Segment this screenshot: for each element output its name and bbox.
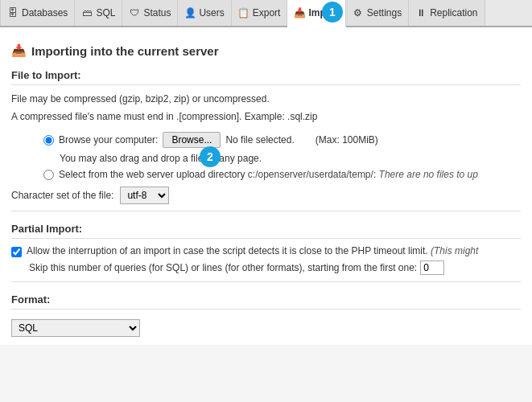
sql-icon: 🗃: [81, 7, 93, 18]
info-text-1: File may be compressed (gzip, bzip2, zip…: [11, 92, 521, 106]
server-radio[interactable]: [43, 170, 54, 180]
divider-1: [11, 211, 521, 211]
interruption-checkbox-row: Allow the interruption of an import in c…: [11, 245, 521, 257]
nav-item-export[interactable]: 📋 Export: [232, 0, 288, 26]
format-select[interactable]: SQL CSV JSON XML: [11, 319, 140, 337]
browse-button[interactable]: Browse...: [163, 132, 221, 148]
nav-label-databases: Databases: [22, 7, 68, 18]
status-icon: 🛡: [129, 7, 140, 18]
no-file-label: No file selected.: [225, 134, 294, 146]
export-icon: 📋: [238, 7, 250, 18]
nav-label-settings: Settings: [367, 7, 402, 18]
divider-2: [11, 281, 521, 282]
nav-item-settings[interactable]: ⚙ Settings: [346, 0, 409, 26]
nav-label-sql: SQL: [96, 7, 115, 18]
info-text-2: A compressed file's name must end in .[c…: [11, 109, 521, 124]
nav-item-databases[interactable]: 🗄 Databases: [0, 0, 75, 26]
settings-icon: ⚙: [353, 7, 364, 18]
file-options: Browse your computer: Browse... No file …: [43, 132, 521, 180]
nav-item-users[interactable]: 👤 Users: [178, 0, 231, 26]
replication-icon: ⏸: [415, 7, 427, 18]
server-radio-row: Select from the web server upload direct…: [43, 169, 521, 180]
databases-icon: 🗄: [7, 7, 19, 18]
browse-label: Browse your computer:: [59, 134, 158, 146]
page-title-text: Importing into the current server: [31, 44, 219, 58]
format-section: Format: SQL CSV JSON XML: [11, 289, 521, 337]
nav-label-replication: Replication: [430, 7, 477, 18]
format-header: Format:: [11, 289, 521, 310]
nav-item-sql[interactable]: 🗃 SQL: [75, 0, 122, 26]
drag-drop-text: You may also drag and drop a file on any…: [60, 153, 521, 164]
nav-label-export: Export: [253, 7, 281, 18]
skip-label: Skip this number of queries (for SQL) or…: [29, 262, 417, 273]
nav-label-status: Status: [143, 7, 171, 18]
import-page-icon: 📥: [11, 43, 27, 58]
page-title: 📥 Importing into the current server: [11, 35, 521, 64]
server-select-label: Select from the web server upload direct…: [59, 169, 478, 180]
skip-input[interactable]: [420, 260, 444, 275]
skip-row: Skip this number of queries (for SQL) or…: [29, 260, 521, 275]
charset-label: Character set of the file:: [11, 190, 113, 201]
users-icon: 👤: [184, 7, 196, 18]
max-size-label: (Max: 100MiB): [315, 134, 378, 146]
interruption-checkbox[interactable]: [11, 247, 22, 257]
interruption-label: Allow the interruption of an import in c…: [27, 245, 478, 256]
nav-item-replication[interactable]: ⏸ Replication: [409, 0, 485, 26]
charset-select[interactable]: utf-8 latin1 utf-16: [120, 187, 169, 204]
badge-1: 1: [322, 2, 343, 23]
import-icon: 📥: [294, 7, 305, 18]
nav-item-status[interactable]: 🛡 Status: [122, 0, 178, 26]
top-nav: 🗄 Databases 🗃 SQL 🛡 Status 👤 Users 📋 Exp…: [0, 0, 532, 27]
nav-label-users: Users: [199, 7, 224, 18]
browse-radio[interactable]: [43, 135, 54, 146]
badge-2: 2: [200, 146, 221, 167]
main-content: 2 📥 Importing into the current server Fi…: [0, 27, 532, 345]
browse-radio-row: Browse your computer: Browse... No file …: [43, 132, 521, 148]
partial-import-header: Partial Import:: [11, 218, 521, 239]
charset-row: Character set of the file: utf-8 latin1 …: [11, 187, 521, 204]
file-to-import-header: File to Import:: [11, 64, 521, 85]
partial-import-section: Partial Import: Allow the interruption o…: [11, 218, 521, 275]
